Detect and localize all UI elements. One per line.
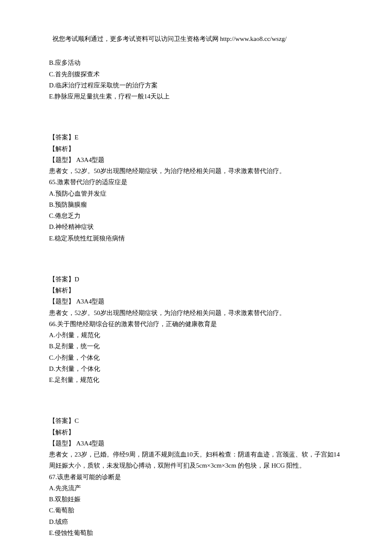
analysis-label: 【解析】 [49, 143, 343, 154]
option-d: D.绒癌 [49, 516, 343, 527]
option-e: E.足剂量，规范化 [49, 374, 343, 385]
context-text: 患者女，52岁。50岁出现围绝经期症状，为治疗绝经相关问题，寻求激素替代治疗。 [49, 165, 343, 176]
option-e: E.静脉应用足量抗生素，疗程一般14天以上 [49, 91, 343, 102]
type-label: 【题型】 A3A4型题 [49, 154, 343, 165]
option-b: B.双胎妊娠 [49, 494, 343, 505]
question-text: 65.激素替代治疗的适应症是 [49, 176, 343, 188]
type-label: 【题型】 A3A4型题 [49, 438, 343, 449]
option-d: D.临床治疗过程应采取统一的治疗方案 [49, 80, 343, 91]
option-c: C.倦怠乏力 [49, 210, 343, 221]
option-c: C.葡萄胎 [49, 505, 343, 516]
header-text: 祝您考试顺利通过，更多考试资料可以访问卫生资格考试网 http://www.ka… [52, 35, 287, 42]
section-1: B.应多活动 C.首先剖腹探查术 D.临床治疗过程应采取统一的治疗方案 E.静脉… [49, 57, 343, 102]
option-a: A.先兆流产 [49, 483, 343, 494]
question-text: 67.该患者最可能的诊断是 [49, 471, 343, 483]
context-text: 患者女，52岁。50岁出现围绝经期症状，为治疗绝经相关问题，寻求激素替代治疗。 [49, 307, 343, 318]
option-b: B.足剂量，统一化 [49, 341, 343, 352]
option-e: E.稳定系统性红斑狼疮病情 [49, 233, 343, 244]
page-header: 祝您考试顺利通过，更多考试资料可以访问卫生资格考试网 http://www.ka… [49, 33, 343, 44]
option-c: C.小剂量，个体化 [49, 352, 343, 363]
analysis-label: 【解析】 [49, 285, 343, 296]
option-b: B.应多活动 [49, 57, 343, 68]
analysis-label: 【解析】 [49, 427, 343, 438]
option-a: A.小剂量，规范化 [49, 330, 343, 341]
option-a: A.预防心血管并发症 [49, 188, 343, 199]
answer-label: 【答案】C [49, 415, 343, 426]
section-2: 【答案】E 【解析】 【题型】 A3A4型题 患者女，52岁。50岁出现围绝经期… [49, 132, 343, 244]
question-text: 66.关于围绝经期综合征的激素替代治疗，正确的健康教育是 [49, 318, 343, 330]
context-text: 患者女，23岁，已婚。停经9周，阴道不规则流血10天。妇科检查：阴道有血迹，宫颈… [49, 449, 343, 471]
option-b: B.预防脑膜瘤 [49, 199, 343, 210]
type-label: 【题型】 A3A4型题 [49, 296, 343, 307]
section-3: 【答案】D 【解析】 【题型】 A3A4型题 患者女，52岁。50岁出现围绝经期… [49, 274, 343, 386]
answer-label: 【答案】D [49, 274, 343, 285]
section-4: 【答案】C 【解析】 【题型】 A3A4型题 患者女，23岁，已婚。停经9周，阴… [49, 415, 343, 538]
option-c: C.首先剖腹探查术 [49, 69, 343, 80]
option-d: D.神经精神症状 [49, 221, 343, 232]
option-d: D.大剂量，个体化 [49, 363, 343, 374]
answer-label: 【答案】E [49, 132, 343, 143]
option-e: E.侵蚀性葡萄胎 [49, 527, 343, 538]
